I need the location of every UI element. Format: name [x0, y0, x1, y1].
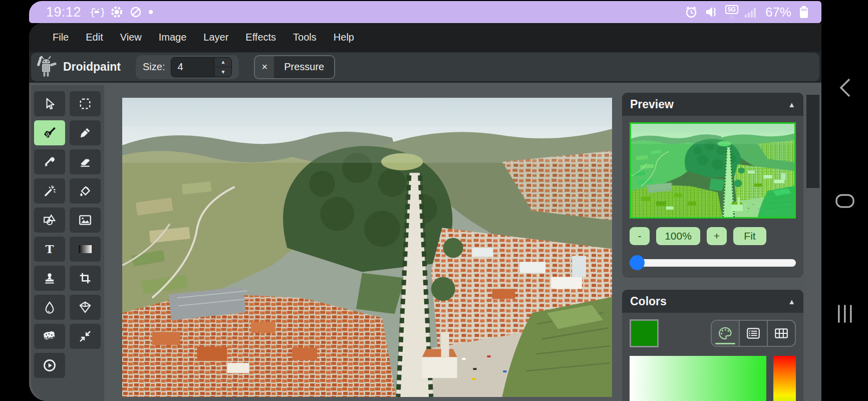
play-tool-button[interactable]	[34, 353, 65, 378]
size-value[interactable]: 4	[171, 61, 214, 73]
rect-select-icon	[79, 97, 92, 110]
collapse-icon[interactable]: ▲	[788, 297, 795, 306]
shapes-tool-button[interactable]	[34, 208, 65, 233]
menu-bar: File Edit View Image Layer Effects Tools…	[29, 23, 821, 52]
hue-slider[interactable]	[773, 356, 796, 401]
brush-tool-button[interactable]	[34, 120, 65, 145]
shapes-icon	[43, 214, 57, 227]
toolbar-panel: Droidpaint Size: 4 ▲ ▼ × Pressure	[31, 53, 819, 81]
battery-percent: 67%	[765, 5, 791, 20]
eraser-tool-button[interactable]	[70, 149, 101, 174]
text-icon: T	[43, 243, 56, 256]
zoom-out-button[interactable]: -	[630, 227, 650, 245]
menu-help[interactable]: Help	[325, 32, 363, 43]
menu-tools[interactable]: Tools	[284, 32, 325, 43]
gear-notification-icon	[110, 6, 123, 19]
colors-panel: Colors ▲	[622, 290, 803, 401]
pressure-toggle[interactable]: × Pressure	[254, 55, 335, 79]
current-color-swatch[interactable]	[630, 319, 659, 347]
collapse-tool-button[interactable]	[70, 324, 101, 349]
system-icons: 5G ↓↑ 67%	[684, 5, 810, 20]
battery-icon	[797, 5, 810, 20]
size-spinner: ▲ ▼	[214, 58, 231, 77]
pressure-label: Pressure	[274, 56, 334, 78]
fill-bucket-icon	[79, 184, 92, 197]
size-decrement-button[interactable]: ▼	[214, 67, 231, 77]
preview-green-tint	[631, 124, 794, 217]
eyedropper-icon	[43, 155, 56, 168]
cursor-tool-button[interactable]	[34, 91, 65, 116]
eyedropper-tool-button[interactable]	[34, 149, 65, 174]
size-label: Size:	[143, 61, 165, 73]
droidpaint-logo-icon	[36, 54, 58, 80]
signal-icon	[744, 6, 757, 19]
zoom-level-button[interactable]: 100%	[656, 227, 700, 245]
text-tool-button[interactable]: T	[34, 237, 65, 262]
gradient-tool-button[interactable]	[70, 237, 101, 262]
pencil-tool-button[interactable]	[70, 120, 101, 145]
app-title: Droidpaint	[63, 60, 121, 74]
canvas-image[interactable]	[122, 98, 612, 397]
preview-image[interactable]	[630, 122, 796, 219]
back-button[interactable]	[836, 76, 853, 99]
gem-tool-button[interactable]	[70, 295, 101, 320]
magic-wand-tool-button[interactable]	[34, 178, 65, 204]
canvas-area	[104, 83, 622, 401]
zoom-slider-track[interactable]	[630, 259, 796, 267]
colors-header[interactable]: Colors ▲	[622, 290, 803, 313]
fill-bucket-tool-button[interactable]	[70, 178, 101, 204]
scrollbar-thumb[interactable]	[806, 95, 819, 188]
list-tab[interactable]	[739, 321, 767, 346]
zoom-slider-handle[interactable]	[630, 255, 645, 270]
dot-notification-icon	[148, 10, 153, 15]
palette-tab[interactable]	[712, 321, 739, 346]
image-tool-button[interactable]	[70, 208, 101, 233]
rect-select-tool-button[interactable]	[70, 91, 101, 116]
droidpaint-app: File Edit View Image Layer Effects Tools…	[29, 23, 821, 401]
stamp-icon	[43, 272, 56, 285]
image-icon	[78, 214, 92, 227]
water-drop-tool-button[interactable]	[34, 295, 65, 320]
recents-button[interactable]	[836, 304, 853, 324]
preview-header[interactable]: Preview ▲	[622, 93, 803, 116]
clock: 19:12	[46, 5, 81, 20]
sponge-icon	[42, 330, 57, 343]
preview-title: Preview	[630, 98, 788, 111]
color-swatch-row	[630, 319, 796, 347]
panel-scrollbar[interactable]	[806, 94, 819, 401]
saturation-value-picker[interactable]	[630, 356, 766, 401]
zoom-slider[interactable]	[630, 255, 796, 270]
collapse-icon[interactable]: ▲	[788, 100, 795, 109]
grid-tab[interactable]	[767, 321, 795, 346]
brush-size-group: Size: 4 ▲ ▼	[136, 55, 239, 79]
workspace: T	[29, 83, 821, 401]
menu-file[interactable]: File	[44, 32, 77, 43]
tool-palette: T	[31, 85, 104, 401]
size-increment-button[interactable]: ▲	[214, 58, 231, 68]
menu-image[interactable]: Image	[150, 32, 195, 43]
sponge-tool-button[interactable]	[34, 324, 65, 349]
crop-tool-button[interactable]	[70, 266, 101, 291]
stamp-tool-button[interactable]	[34, 266, 65, 291]
gradient-icon	[78, 243, 93, 255]
eraser-icon	[79, 155, 92, 168]
palette-icon	[718, 326, 733, 340]
list-icon	[746, 326, 761, 340]
zoom-in-button[interactable]: +	[707, 227, 727, 245]
home-button[interactable]	[835, 193, 855, 209]
crop-icon	[79, 272, 92, 285]
menu-layer[interactable]: Layer	[195, 32, 237, 43]
color-picker	[630, 356, 796, 401]
gem-icon	[78, 301, 92, 314]
preview-panel: Preview ▲ - 100% + Fit	[622, 93, 803, 278]
status-bar: 19:12 { }	[29, 1, 821, 23]
menu-view[interactable]: View	[112, 32, 150, 43]
menu-edit[interactable]: Edit	[77, 32, 111, 43]
notification-icons: { }	[89, 6, 153, 19]
cursor-icon	[43, 97, 56, 110]
color-view-tabs	[711, 320, 796, 347]
size-input[interactable]: 4 ▲ ▼	[171, 57, 232, 77]
zoom-fit-button[interactable]: Fit	[733, 227, 766, 245]
menu-effects[interactable]: Effects	[237, 32, 284, 43]
pressure-close-icon[interactable]: ×	[255, 61, 274, 73]
